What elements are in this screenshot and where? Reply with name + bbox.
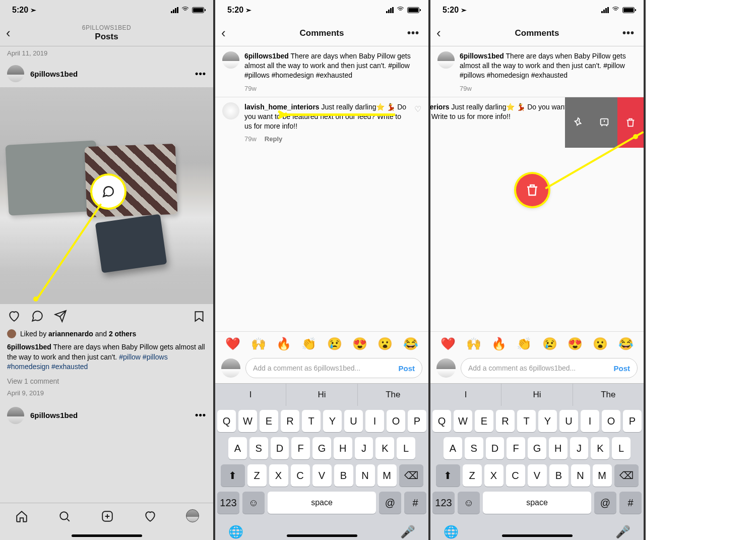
key-c[interactable]: C [506,464,525,487]
more-button[interactable]: ••• [407,27,419,39]
like-button[interactable] [7,309,21,323]
key-d[interactable]: D [486,437,505,459]
home-indicator[interactable] [287,534,357,537]
key-s[interactable]: S [465,437,483,459]
key-at[interactable]: @ [379,492,401,514]
key-n[interactable]: N [571,464,590,487]
key-l[interactable]: L [612,437,631,459]
key-r[interactable]: R [496,410,515,432]
emoji-fire[interactable]: 🔥 [276,337,291,351]
suggestion[interactable]: I [215,384,286,406]
key-z[interactable]: Z [463,464,482,487]
key-h[interactable]: H [549,437,568,459]
key-x[interactable]: X [269,464,288,487]
post-more-button[interactable]: ••• [195,69,206,79]
post-comment-button[interactable]: Post [613,364,630,373]
back-button[interactable]: ‹ [436,25,441,41]
key-l[interactable]: L [397,437,415,459]
key-shift[interactable]: ⬆ [221,464,245,487]
key-emoji[interactable]: ☺ [242,492,265,514]
emoji-fire[interactable]: 🔥 [491,337,507,351]
key-i[interactable]: I [365,410,384,432]
key-v[interactable]: V [528,464,547,487]
key-c[interactable]: C [291,464,310,487]
suggestion[interactable]: The [573,384,644,406]
post-image[interactable] [0,87,213,304]
key-o[interactable]: O [387,410,405,432]
tab-add-post[interactable] [100,509,114,523]
suggestion[interactable]: The [357,384,428,406]
key-at[interactable]: @ [594,492,616,514]
home-indicator[interactable] [72,534,142,537]
emoji-laugh[interactable]: 😂 [403,337,418,351]
next-post-more[interactable]: ••• [195,410,206,421]
emoji-hands[interactable]: 🙌 [251,337,266,351]
key-o[interactable]: O [602,410,620,432]
key-emoji[interactable]: ☺ [458,492,480,514]
emoji-hands[interactable]: 🙌 [466,337,481,351]
key-n[interactable]: N [356,464,375,487]
post-comment-button[interactable]: Post [398,364,415,373]
avatar[interactable] [437,51,455,69]
globe-icon[interactable]: 🌐 [444,525,459,539]
back-button[interactable]: ‹ [221,25,226,41]
emoji-hearteyes[interactable]: 😍 [352,337,367,351]
key-k[interactable]: K [375,437,394,459]
emoji-heart[interactable]: ❤️ [440,337,456,351]
more-button[interactable]: ••• [622,27,635,39]
comment-input[interactable]: Add a comment as 6pillows1bed... Post [461,358,638,378]
key-y[interactable]: Y [323,410,342,432]
key-v[interactable]: V [312,464,332,487]
key-t[interactable]: T [302,410,321,432]
key-g[interactable]: G [312,437,331,459]
dictation-icon[interactable]: 🎤 [400,525,415,539]
emoji-heart[interactable]: ❤️ [225,337,240,351]
home-indicator[interactable] [502,534,573,537]
commenter-avatar[interactable] [222,102,239,119]
key-p[interactable]: P [408,410,426,432]
key-numbers[interactable]: 123 [432,492,455,514]
key-g[interactable]: G [528,437,546,459]
comment-button[interactable] [30,309,44,323]
key-a[interactable]: A [228,437,247,459]
key-space[interactable]: space [483,492,591,514]
next-post-username[interactable]: 6pillows1bed [30,411,189,419]
key-e[interactable]: E [260,410,278,432]
key-f[interactable]: F [507,437,525,459]
comment-like-button[interactable]: ♡ [414,102,421,144]
avatar[interactable] [222,51,239,69]
post-username[interactable]: 6pillows1bed [30,70,189,78]
comment-row-swiped[interactable]: lavish_home_interiors Just really darlin… [430,97,644,148]
key-s[interactable]: S [249,437,268,459]
key-w[interactable]: W [454,410,472,432]
key-p[interactable]: P [623,410,642,432]
key-m[interactable]: M [377,464,397,487]
comment-row[interactable]: lavish_home_interiors Just really darlin… [215,97,428,148]
key-t[interactable]: T [517,410,536,432]
tab-search[interactable] [57,509,72,523]
key-u[interactable]: U [559,410,578,432]
emoji-laugh[interactable]: 😂 [618,337,634,351]
key-space[interactable]: space [268,492,376,514]
tab-profile[interactable] [186,509,199,522]
key-shift[interactable]: ⬆ [436,464,460,487]
key-u[interactable]: U [344,410,363,432]
key-j[interactable]: J [355,437,373,459]
key-m[interactable]: M [593,464,612,487]
key-r[interactable]: R [281,410,299,432]
likes-row[interactable]: Liked by ariannenardo and 2 others [0,328,213,341]
key-numbers[interactable]: 123 [217,492,239,514]
key-d[interactable]: D [271,437,289,459]
suggestion[interactable]: Hi [501,384,572,406]
share-button[interactable] [53,309,68,323]
globe-icon[interactable]: 🌐 [228,525,243,539]
suggestion[interactable]: I [430,384,501,406]
emoji-clap[interactable]: 👏 [517,337,532,351]
view-comments-link[interactable]: View 1 comment [0,374,213,388]
key-e[interactable]: E [475,410,493,432]
key-a[interactable]: A [444,437,462,459]
pin-comment-button[interactable] [565,97,591,148]
key-q[interactable]: Q [217,410,236,432]
key-x[interactable]: X [484,464,503,487]
emoji-clap[interactable]: 👏 [301,337,317,351]
